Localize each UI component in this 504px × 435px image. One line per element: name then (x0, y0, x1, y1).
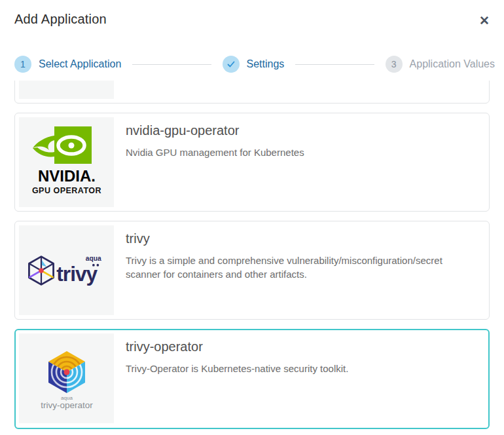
application-description: Trivy-Operator is Kubernetes-native secu… (126, 362, 348, 375)
application-card-partial[interactable] (14, 81, 490, 104)
application-description: Nvidia GPU management for Kubernetes (126, 145, 304, 159)
trivy-operator-logo: aqua trivy-operator (19, 333, 114, 423)
application-list[interactable]: NVIDIA. GPU OPERATOR nvidia-gpu-operator… (14, 81, 490, 430)
application-card-nvidia-gpu-operator[interactable]: NVIDIA. GPU OPERATOR nvidia-gpu-operator… (14, 113, 490, 212)
card-body: trivy Trivy is a simple and comprehensiv… (114, 225, 473, 315)
card-body: nvidia-gpu-operator Nvidia GPU managemen… (114, 117, 311, 207)
modal-header: Add Application ✕ (0, 0, 504, 29)
nvidia-wordmark: NVIDIA. (37, 167, 95, 185)
application-card-trivy[interactable]: trivy aqua trivy Trivy is a simple and c… (14, 221, 490, 320)
step-select-application[interactable]: 1 Select Application (14, 56, 121, 73)
step-connector (132, 64, 211, 65)
step-2-label: Settings (247, 58, 285, 70)
step-1-badge: 1 (14, 56, 31, 73)
wizard-stepper: 1 Select Application Settings 3 Applicat… (14, 56, 495, 73)
application-name: trivy (126, 231, 466, 246)
close-icon[interactable]: ✕ (475, 12, 494, 29)
application-name: nvidia-gpu-operator (126, 123, 304, 138)
step-connector (295, 64, 374, 65)
check-icon (223, 56, 240, 73)
application-name: trivy-operator (126, 339, 348, 354)
trivy-wordmark: trivy (56, 261, 98, 285)
step-3-badge: 3 (386, 56, 403, 73)
page-title: Add Application (14, 12, 107, 27)
step-application-values: 3 Application Values (386, 56, 495, 73)
step-1-label: Select Application (39, 58, 121, 70)
trivy-logo: trivy aqua (19, 225, 114, 315)
aqua-badge: aqua (85, 255, 101, 262)
step-3-label: Application Values (410, 58, 495, 70)
trivy-operator-wordmark: trivy-operator (41, 400, 93, 410)
application-description: Trivy is a simple and comprehensive vuln… (126, 254, 466, 282)
application-card-trivy-operator[interactable]: aqua trivy-operator trivy-operator Trivy… (14, 329, 490, 429)
application-logo-placeholder (19, 81, 114, 99)
step-settings[interactable]: Settings (223, 56, 285, 73)
nvidia-gpu-operator-logo: NVIDIA. GPU OPERATOR (19, 117, 114, 207)
nvidia-sub-wordmark: GPU OPERATOR (31, 186, 101, 195)
add-application-modal: Add Application ✕ 1 Select Application S… (0, 0, 504, 435)
card-body: trivy-operator Trivy-Operator is Kuberne… (114, 333, 355, 425)
